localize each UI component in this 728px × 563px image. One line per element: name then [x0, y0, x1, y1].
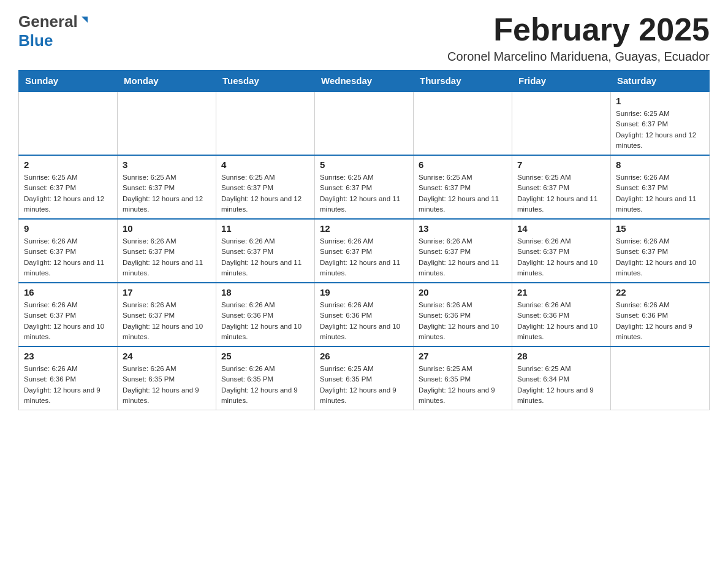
calendar-cell: 21Sunrise: 6:26 AM Sunset: 6:36 PM Dayli… — [512, 283, 611, 347]
week-row-4: 16Sunrise: 6:26 AM Sunset: 6:37 PM Dayli… — [19, 283, 710, 347]
day-info: Sunrise: 6:26 AM Sunset: 6:37 PM Dayligh… — [616, 172, 704, 215]
calendar-cell: 19Sunrise: 6:26 AM Sunset: 6:36 PM Dayli… — [315, 283, 414, 347]
day-info: Sunrise: 6:26 AM Sunset: 6:36 PM Dayligh… — [517, 300, 605, 342]
day-info: Sunrise: 6:26 AM Sunset: 6:37 PM Dayligh… — [123, 300, 211, 342]
day-info: Sunrise: 6:25 AM Sunset: 6:37 PM Dayligh… — [221, 172, 309, 215]
day-info: Sunrise: 6:26 AM Sunset: 6:36 PM Dayligh… — [24, 364, 112, 406]
weekday-header-friday: Friday — [512, 71, 611, 92]
day-info: Sunrise: 6:26 AM Sunset: 6:37 PM Dayligh… — [616, 236, 704, 278]
calendar-cell — [315, 91, 414, 155]
calendar-cell: 11Sunrise: 6:26 AM Sunset: 6:37 PM Dayli… — [216, 219, 315, 283]
day-number: 15 — [616, 223, 704, 234]
day-info: Sunrise: 6:26 AM Sunset: 6:36 PM Dayligh… — [221, 300, 309, 342]
day-number: 24 — [123, 351, 211, 361]
day-info: Sunrise: 6:25 AM Sunset: 6:37 PM Dayligh… — [419, 172, 507, 215]
page-header: General Blue February 2025 Coronel Marce… — [18, 12, 710, 64]
calendar-cell: 3Sunrise: 6:25 AM Sunset: 6:37 PM Daylig… — [118, 155, 216, 219]
day-number: 5 — [320, 159, 408, 170]
day-number: 16 — [24, 287, 112, 297]
day-info: Sunrise: 6:26 AM Sunset: 6:37 PM Dayligh… — [221, 236, 309, 278]
title-section: February 2025 Coronel Marcelino Mariduen… — [447, 12, 710, 64]
calendar-cell: 6Sunrise: 6:25 AM Sunset: 6:37 PM Daylig… — [414, 155, 512, 219]
day-number: 1 — [616, 96, 704, 106]
logo-general-text: General — [18, 12, 78, 31]
calendar-cell: 23Sunrise: 6:26 AM Sunset: 6:36 PM Dayli… — [19, 347, 118, 410]
day-info: Sunrise: 6:26 AM Sunset: 6:37 PM Dayligh… — [123, 236, 211, 278]
day-number: 17 — [123, 287, 211, 297]
calendar-cell: 9Sunrise: 6:26 AM Sunset: 6:37 PM Daylig… — [19, 219, 118, 283]
day-number: 14 — [517, 223, 605, 234]
day-info: Sunrise: 6:25 AM Sunset: 6:37 PM Dayligh… — [616, 109, 704, 151]
calendar-cell: 24Sunrise: 6:26 AM Sunset: 6:35 PM Dayli… — [118, 347, 216, 410]
calendar-cell: 2Sunrise: 6:25 AM Sunset: 6:37 PM Daylig… — [19, 155, 118, 219]
weekday-header-row: SundayMondayTuesdayWednesdayThursdayFrid… — [19, 71, 710, 92]
week-row-2: 2Sunrise: 6:25 AM Sunset: 6:37 PM Daylig… — [19, 155, 710, 219]
calendar-cell: 28Sunrise: 6:25 AM Sunset: 6:34 PM Dayli… — [512, 347, 611, 410]
calendar-cell — [19, 91, 118, 155]
calendar-cell: 27Sunrise: 6:25 AM Sunset: 6:35 PM Dayli… — [414, 347, 512, 410]
day-info: Sunrise: 6:26 AM Sunset: 6:37 PM Dayligh… — [320, 236, 408, 278]
day-info: Sunrise: 6:25 AM Sunset: 6:37 PM Dayligh… — [517, 172, 605, 215]
calendar-cell: 20Sunrise: 6:26 AM Sunset: 6:36 PM Dayli… — [414, 283, 512, 347]
day-number: 20 — [419, 287, 507, 297]
weekday-header-sunday: Sunday — [19, 71, 118, 92]
day-info: Sunrise: 6:26 AM Sunset: 6:36 PM Dayligh… — [419, 300, 507, 342]
calendar-cell: 15Sunrise: 6:26 AM Sunset: 6:37 PM Dayli… — [611, 219, 710, 283]
day-number: 3 — [123, 159, 211, 170]
day-number: 11 — [221, 223, 309, 234]
calendar-cell: 10Sunrise: 6:26 AM Sunset: 6:37 PM Dayli… — [118, 219, 216, 283]
day-info: Sunrise: 6:26 AM Sunset: 6:35 PM Dayligh… — [221, 364, 309, 406]
day-number: 12 — [320, 223, 408, 234]
day-info: Sunrise: 6:25 AM Sunset: 6:37 PM Dayligh… — [123, 172, 211, 215]
day-number: 22 — [616, 287, 704, 297]
day-number: 23 — [24, 351, 112, 361]
calendar-cell — [216, 91, 315, 155]
calendar-cell: 13Sunrise: 6:26 AM Sunset: 6:37 PM Dayli… — [414, 219, 512, 283]
calendar-cell: 5Sunrise: 6:25 AM Sunset: 6:37 PM Daylig… — [315, 155, 414, 219]
calendar-cell: 1Sunrise: 6:25 AM Sunset: 6:37 PM Daylig… — [611, 91, 710, 155]
week-row-5: 23Sunrise: 6:26 AM Sunset: 6:36 PM Dayli… — [19, 347, 710, 410]
day-number: 19 — [320, 287, 408, 297]
location-subtitle: Coronel Marcelino Mariduena, Guayas, Ecu… — [447, 50, 710, 64]
day-info: Sunrise: 6:26 AM Sunset: 6:36 PM Dayligh… — [616, 300, 704, 342]
calendar-cell: 4Sunrise: 6:25 AM Sunset: 6:37 PM Daylig… — [216, 155, 315, 219]
calendar-cell: 26Sunrise: 6:25 AM Sunset: 6:35 PM Dayli… — [315, 347, 414, 410]
month-title: February 2025 — [447, 12, 710, 47]
calendar-cell: 12Sunrise: 6:26 AM Sunset: 6:37 PM Dayli… — [315, 219, 414, 283]
day-info: Sunrise: 6:25 AM Sunset: 6:37 PM Dayligh… — [320, 172, 408, 215]
calendar-cell: 18Sunrise: 6:26 AM Sunset: 6:36 PM Dayli… — [216, 283, 315, 347]
calendar-table: SundayMondayTuesdayWednesdayThursdayFrid… — [18, 70, 710, 410]
calendar-cell: 17Sunrise: 6:26 AM Sunset: 6:37 PM Dayli… — [118, 283, 216, 347]
day-number: 7 — [517, 159, 605, 170]
day-info: Sunrise: 6:25 AM Sunset: 6:35 PM Dayligh… — [320, 364, 408, 406]
day-info: Sunrise: 6:26 AM Sunset: 6:37 PM Dayligh… — [24, 300, 112, 342]
day-info: Sunrise: 6:25 AM Sunset: 6:34 PM Dayligh… — [517, 364, 605, 406]
day-number: 2 — [24, 159, 112, 170]
day-info: Sunrise: 6:25 AM Sunset: 6:37 PM Dayligh… — [24, 172, 112, 215]
weekday-header-monday: Monday — [118, 71, 216, 92]
day-number: 8 — [616, 159, 704, 170]
day-number: 9 — [24, 223, 112, 234]
week-row-1: 1Sunrise: 6:25 AM Sunset: 6:37 PM Daylig… — [19, 91, 710, 155]
calendar-cell: 8Sunrise: 6:26 AM Sunset: 6:37 PM Daylig… — [611, 155, 710, 219]
day-number: 26 — [320, 351, 408, 361]
day-info: Sunrise: 6:25 AM Sunset: 6:35 PM Dayligh… — [419, 364, 507, 406]
calendar-cell: 25Sunrise: 6:26 AM Sunset: 6:35 PM Dayli… — [216, 347, 315, 410]
day-number: 28 — [517, 351, 605, 361]
weekday-header-thursday: Thursday — [414, 71, 512, 92]
day-number: 25 — [221, 351, 309, 361]
day-number: 6 — [419, 159, 507, 170]
day-info: Sunrise: 6:26 AM Sunset: 6:35 PM Dayligh… — [123, 364, 211, 406]
svg-marker-0 — [82, 17, 88, 23]
day-number: 21 — [517, 287, 605, 297]
calendar-cell — [414, 91, 512, 155]
weekday-header-wednesday: Wednesday — [315, 71, 414, 92]
calendar-cell: 22Sunrise: 6:26 AM Sunset: 6:36 PM Dayli… — [611, 283, 710, 347]
calendar-cell — [118, 91, 216, 155]
calendar-cell: 14Sunrise: 6:26 AM Sunset: 6:37 PM Dayli… — [512, 219, 611, 283]
logo-blue-text: Blue — [18, 31, 53, 50]
calendar-cell — [512, 91, 611, 155]
day-info: Sunrise: 6:26 AM Sunset: 6:37 PM Dayligh… — [517, 236, 605, 278]
weekday-header-saturday: Saturday — [611, 71, 710, 92]
weekday-header-tuesday: Tuesday — [216, 71, 315, 92]
